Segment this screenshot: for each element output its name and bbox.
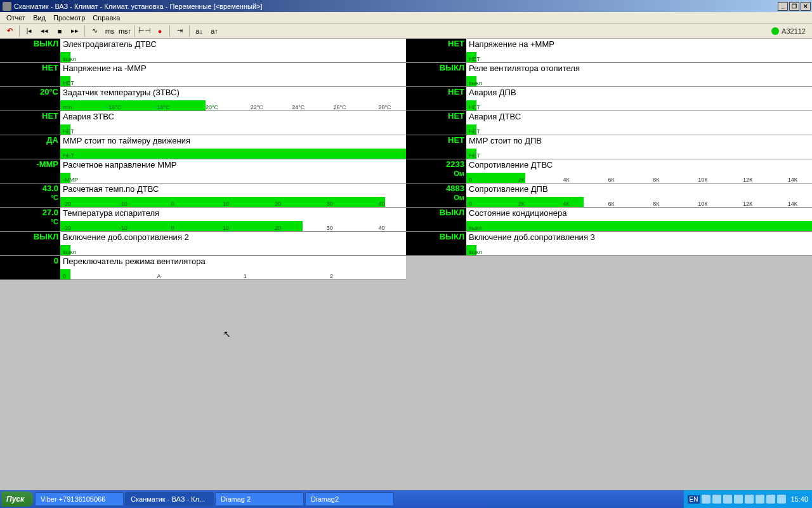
menu-browse[interactable]: Просмотр (49, 14, 89, 22)
maximize-button[interactable]: ❐ (789, 2, 799, 11)
variable-row[interactable]: ВЫКЛСостояние кондиционеравыкл (406, 208, 812, 232)
start-button[interactable]: Пуск (1, 491, 33, 507)
variable-body: Напряжение на -ММРНЕТ (60, 63, 406, 86)
variable-row[interactable]: 0Переключатель режима вентилятора0А12 (0, 256, 406, 280)
scale-tick: 16°C (108, 104, 121, 110)
variable-body: ММР стоит по таймеру движенияНЕТ (60, 135, 406, 159)
variable-label: Состояние кондиционера (466, 208, 812, 218)
variable-row[interactable]: ВЫКЛЭлектродвигатель ДТВСвыкл (0, 39, 406, 63)
export-button[interactable]: ⇥ (173, 25, 187, 37)
taskbar-tasks: Viber +79136105066Сканматик - ВАЗ - Кл..… (34, 492, 395, 506)
back-button[interactable]: ↶ (3, 25, 16, 37)
nav-prev-button[interactable]: ◂◂ (37, 25, 51, 37)
tray-icon[interactable] (766, 495, 775, 504)
variable-body: Включение доб.сопротивления 3выкл (466, 232, 812, 255)
menu-help[interactable]: Справка (89, 14, 124, 22)
scale-tick: 8К (653, 201, 659, 207)
variable-value: ВЫКЛ (406, 63, 466, 86)
bar-text: выкл (469, 80, 482, 86)
variable-label: ММР стоит по таймеру движения (60, 135, 406, 145)
record-button[interactable]: ● (153, 25, 167, 37)
tray-icon[interactable] (734, 495, 743, 504)
taskbar-task[interactable]: Сканматик - ВАЗ - Кл... (125, 492, 214, 506)
variable-row[interactable]: НЕТАвария ЗТВСНЕТ (0, 111, 406, 135)
variable-body: Сопротивление ДТВС02К4К6К8К10К12К14К (466, 159, 812, 183)
variable-value: НЕТ (0, 111, 60, 135)
taskbar-task[interactable]: Diamag2 (305, 492, 394, 506)
variable-label: Расчетное направление ММР (60, 159, 406, 170)
variable-row[interactable]: НЕТАвария ДПВНЕТ (406, 87, 812, 111)
wave-button[interactable]: ∿ (88, 25, 102, 37)
scale-tick: 4К (563, 177, 570, 183)
nav-stop-button[interactable]: ■ (53, 25, 67, 37)
variable-body: Реле вентилятора отопителявыкл (466, 63, 812, 86)
taskbar-clock[interactable]: 15:40 (788, 495, 808, 503)
taskbar-task[interactable]: Diamag 2 (215, 492, 304, 506)
variable-row[interactable]: 2233ОмСопротивление ДТВС02К4К6К8К10К12К1… (406, 159, 812, 184)
bar-text: выкл (63, 56, 76, 62)
tray-icon[interactable] (756, 495, 764, 504)
bar-text: -ММР (63, 177, 78, 183)
tray-icon[interactable] (702, 495, 710, 504)
variable-row[interactable]: ВЫКЛВключение доб.сопротивления 2выкл (0, 232, 406, 256)
variable-row[interactable]: НЕТНапряжение на +ММРНЕТ (406, 39, 812, 63)
variable-value: ВЫКЛ (0, 39, 60, 62)
window-buttons: _ ❐ ✕ (778, 2, 812, 11)
language-indicator[interactable]: EN (688, 495, 700, 504)
marker-button[interactable]: ⊢⊣ (138, 25, 152, 37)
variable-body: Авария ДПВНЕТ (466, 87, 812, 110)
menu-view[interactable]: Вид (29, 14, 49, 22)
variable-row[interactable]: 27.0°CТемпература испарителя-20-10010203… (0, 208, 406, 232)
variable-body: Электродвигатель ДТВСвыкл (60, 39, 406, 62)
variable-row[interactable]: 20°CЗадатчик температуры (ЗТВС)min16°C18… (0, 87, 406, 111)
close-button[interactable]: ✕ (801, 2, 811, 11)
bar-text: НЕТ (63, 80, 74, 86)
tray-icon[interactable] (777, 495, 786, 504)
variable-row[interactable]: -ММРРасчетное направление ММР-ММР (0, 159, 406, 184)
minimize-button[interactable]: _ (778, 2, 788, 11)
scale-tick: 14К (788, 177, 797, 183)
tray-icon[interactable] (745, 495, 754, 504)
variable-value: НЕТ (406, 39, 466, 62)
variable-row[interactable]: НЕТНапряжение на -ММРНЕТ (0, 63, 406, 87)
variable-row[interactable]: 43.0°CРасчетная темп.по ДТВС-20-10010203… (0, 184, 406, 208)
variable-row[interactable]: ДАММР стоит по таймеру движенияНЕТ (0, 135, 406, 159)
sort-down-button[interactable]: a↓ (192, 25, 206, 37)
menu-report[interactable]: Отчет (3, 14, 29, 22)
nav-next-button[interactable]: ▸▸ (68, 25, 82, 37)
variable-label: Авария ДПВ (466, 87, 812, 97)
taskbar-task[interactable]: Viber +79136105066 (35, 492, 124, 506)
variable-value: 4883Ом (406, 184, 466, 207)
nav-first-button[interactable]: |◂ (22, 25, 36, 37)
variable-label: Авария ЗТВС (60, 111, 406, 121)
variable-unit: °C (0, 193, 58, 202)
scale-tick: 0 (171, 225, 174, 231)
variable-row[interactable]: 4883ОмСопротивление ДПВ02К4К6К8К10К12К14… (406, 184, 812, 208)
variable-unit: Ом (406, 169, 464, 178)
variable-value: ВЫКЛ (406, 208, 466, 231)
variable-row[interactable]: НЕТАвария ДТВСНЕТ (406, 111, 812, 135)
menu-bar: Отчет Вид Просмотр Справка (0, 12, 812, 23)
scale-tick: 4К (563, 201, 570, 207)
variable-value: 20°C (0, 87, 60, 110)
variable-row[interactable]: НЕТММР стоит по ДПВНЕТ (406, 135, 812, 159)
scale-tick: -10 (119, 225, 128, 231)
scale-tick: 2К (518, 177, 525, 183)
taskbar: Пуск Viber +79136105066Сканматик - ВАЗ -… (0, 490, 812, 508)
tray-icon[interactable] (723, 495, 732, 504)
ms-up-button[interactable]: ms↑ (118, 25, 132, 37)
ms-button[interactable]: ms (103, 25, 117, 37)
scale-tick: 14К (788, 201, 797, 207)
scale-tick: 24°C (292, 104, 304, 110)
variable-body: ММР стоит по ДПВНЕТ (466, 135, 812, 159)
variable-body: Состояние кондиционеравыкл (466, 208, 812, 231)
variable-row[interactable]: ВЫКЛРеле вентилятора отопителявыкл (406, 63, 812, 87)
scale-tick: 18°C (157, 104, 170, 110)
device-id: А32112 (782, 27, 806, 35)
variable-row[interactable]: ВЫКЛВключение доб.сопротивления 3выкл (406, 232, 812, 256)
variable-value: -ММР (0, 159, 60, 183)
sort-up-button[interactable]: a↑ (207, 25, 221, 37)
scale-tick: -10 (119, 201, 128, 207)
variable-value: НЕТ (406, 87, 466, 110)
tray-icon[interactable] (712, 495, 721, 504)
